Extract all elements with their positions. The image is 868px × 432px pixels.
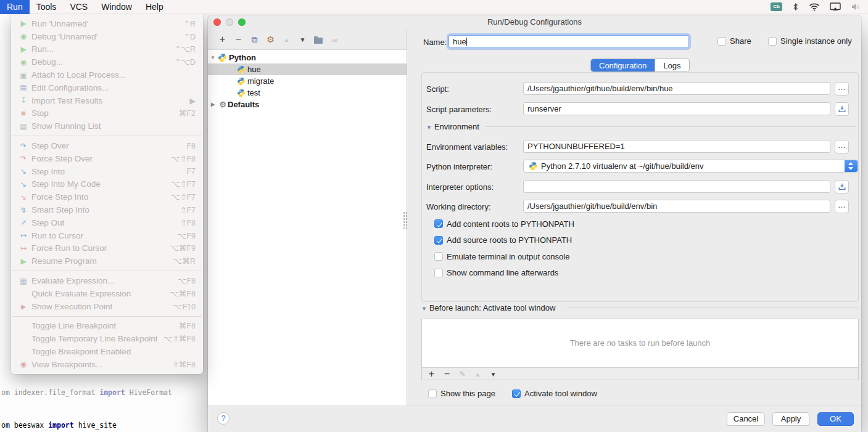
toolbar-button[interactable] xyxy=(266,35,275,44)
tree-item-hue[interactable]: hue xyxy=(208,63,407,75)
menu-item[interactable]: Stop ⌘F2 xyxy=(11,107,203,120)
menu-item[interactable]: Quick Evaluate Expression ⌥⌘F8 xyxy=(11,287,203,300)
interpreter-options-expand-button[interactable] xyxy=(835,180,849,194)
menubar-item-vcs[interactable]: VCS xyxy=(63,0,94,14)
single-instance-checkbox[interactable] xyxy=(768,37,777,46)
toolbar-button[interactable] xyxy=(427,369,436,379)
script-parameters-expand-button[interactable] xyxy=(835,102,849,116)
dropdown-stepper[interactable] xyxy=(845,160,858,173)
menu-item[interactable]: Force Step Over ⌥⇧F8 xyxy=(11,152,203,165)
toolbar-button[interactable] xyxy=(489,369,498,379)
tab-logs[interactable]: Logs xyxy=(655,59,688,71)
menu-item[interactable]: Force Step Into ⌥⇧F7 xyxy=(11,190,203,203)
before-launch-task-list[interactable]: There are no tasks to run before launch xyxy=(421,319,859,368)
working-directory-browse-button[interactable]: … xyxy=(835,200,849,213)
dialog-titlebar[interactable]: Run/Debug Configurations xyxy=(208,15,861,29)
option-row[interactable]: Emulate terminal in output console xyxy=(434,251,574,261)
help-button[interactable]: ? xyxy=(217,412,229,425)
menu-item[interactable]: Import Test Results ▶ xyxy=(11,94,203,107)
menubar-item-window[interactable]: Window xyxy=(94,0,139,14)
menu-item[interactable]: Force Run to Cursor ⌥⌘F9 xyxy=(11,242,203,255)
tree-item-migrate[interactable]: migrate xyxy=(208,75,407,87)
toolbar-button[interactable] xyxy=(298,35,307,44)
toolbar-button[interactable] xyxy=(458,369,467,379)
option-row[interactable]: Show command line afterwards xyxy=(434,268,574,278)
checkbox[interactable] xyxy=(434,269,443,277)
share-checkbox[interactable] xyxy=(717,37,726,46)
close-button[interactable] xyxy=(213,18,221,26)
menu-item[interactable]: Toggle Temporary Line Breakpoint ⌥⇧⌘F8 xyxy=(11,332,203,345)
bluetooth-icon[interactable] xyxy=(792,2,799,12)
tree-item-test[interactable]: test xyxy=(208,87,407,99)
volume-icon[interactable] xyxy=(851,3,861,10)
menubar-item-run[interactable]: Run xyxy=(0,0,30,14)
script-browse-button[interactable]: … xyxy=(835,82,849,96)
environment-variables-input[interactable]: PYTHONUNBUFFERED=1 xyxy=(523,140,830,153)
menu-item[interactable]: Evaluate Expression... ⌥F8 xyxy=(11,274,203,287)
working-directory-input[interactable]: /Users/jgauthier/git/hue/build/env/bin xyxy=(523,200,830,213)
toolbar-button[interactable] xyxy=(250,35,259,44)
chevron-down-icon[interactable]: ▼ xyxy=(421,306,427,312)
menu-item[interactable]: Run to Cursor ⌥F9 xyxy=(11,229,203,242)
python-interpreter-dropdown[interactable]: Python 2.7.10 virtualenv at ~/git/hue/bu… xyxy=(523,160,858,173)
toolbar-button[interactable] xyxy=(282,35,291,44)
before-launch-header[interactable]: ▼Before launch: Activate tool window xyxy=(421,303,555,312)
tree-item-defaults[interactable]: ▶ ⚙ Defaults xyxy=(208,99,407,110)
splitter-handle[interactable] xyxy=(403,211,408,229)
menu-item[interactable]: Run 'Unnamed' ⌃R xyxy=(11,17,203,30)
activate-tool-window-option[interactable]: Activate tool window xyxy=(512,389,597,398)
menu-item[interactable]: View Breakpoints... ⇧⌘F8 xyxy=(11,358,203,371)
name-input[interactable]: hue xyxy=(448,35,689,48)
menu-item[interactable]: Edit Configurations... xyxy=(11,81,203,94)
menu-item[interactable]: Resume Program ⌥⌘R xyxy=(11,255,203,267)
menubar-item-tools[interactable]: Tools xyxy=(30,0,64,14)
wifi-icon[interactable] xyxy=(809,3,820,11)
toolbar-button[interactable] xyxy=(234,35,243,44)
checkbox[interactable] xyxy=(434,219,443,228)
apply-button[interactable]: Apply xyxy=(772,412,809,426)
toolbar-button[interactable] xyxy=(329,35,339,44)
menu-item[interactable]: Show Execution Point ⌥F10 xyxy=(11,300,203,313)
single-instance-option[interactable]: Single instance only xyxy=(768,36,852,46)
chevron-down-icon[interactable]: ▼ xyxy=(208,55,218,60)
script-input[interactable]: /Users/jgauthier/git/hue/build/env/bin/h… xyxy=(523,82,830,95)
zoom-button[interactable] xyxy=(238,18,246,26)
menu-item[interactable]: Step Into My Code ⌥⇧F7 xyxy=(11,178,203,191)
tab-configuration[interactable]: Configuration xyxy=(591,59,655,71)
activate-tool-window-checkbox[interactable] xyxy=(512,389,521,398)
toolbar-button[interactable] xyxy=(442,369,452,379)
toolbar-button[interactable] xyxy=(218,35,227,44)
menu-item[interactable]: Toggle Line Breakpoint ⌘F8 xyxy=(11,320,203,333)
checkbox[interactable] xyxy=(434,236,443,245)
menu-item[interactable]: Step Out ⇧F8 xyxy=(11,216,203,229)
menu-item[interactable]: Step Over F8 xyxy=(11,139,203,152)
menu-item[interactable]: Attach to Local Process... xyxy=(11,68,203,81)
environment-section-header[interactable]: ▼Environment xyxy=(426,122,479,131)
display-mirroring-icon[interactable] xyxy=(830,2,841,11)
cancel-button[interactable]: Cancel xyxy=(727,412,765,426)
share-option[interactable]: Share xyxy=(717,36,751,46)
checkbox[interactable] xyxy=(434,252,443,261)
chevron-right-icon[interactable]: ▶ xyxy=(208,102,218,107)
menu-item[interactable]: Step Into F7 xyxy=(11,165,203,178)
toolbar-button[interactable] xyxy=(473,369,482,379)
option-row[interactable]: Add content roots to PYTHONPATH xyxy=(434,219,574,229)
menu-item[interactable]: Run... ⌃⌥R xyxy=(11,43,203,56)
menu-item[interactable]: Show Running List xyxy=(11,120,203,132)
chevron-down-icon[interactable]: ▼ xyxy=(426,124,432,131)
menu-item[interactable]: Debug 'Unnamed' ⌃D xyxy=(11,30,203,43)
menu-item[interactable]: Debug... ⌃⌥D xyxy=(11,55,203,68)
tree-item-python[interactable]: ▼ Python xyxy=(208,52,407,63)
option-row[interactable]: Add source roots to PYTHONPATH xyxy=(434,235,574,245)
toolbar-button[interactable] xyxy=(314,38,323,44)
interpreter-options-input[interactable] xyxy=(523,180,830,193)
script-parameters-input[interactable]: runserver xyxy=(523,102,830,115)
cb-app-icon[interactable]: Cb xyxy=(771,2,782,11)
environment-variables-browse-button[interactable]: … xyxy=(835,140,849,153)
menubar-item-help[interactable]: Help xyxy=(139,0,170,14)
show-this-page-option[interactable]: Show this page xyxy=(428,389,495,398)
ok-button[interactable]: OK xyxy=(817,412,854,426)
show-this-page-checkbox[interactable] xyxy=(428,389,437,398)
menu-item[interactable]: Smart Step Into ⇧F7 xyxy=(11,203,203,216)
menu-item[interactable]: Toggle Breakpoint Enabled xyxy=(11,345,203,358)
